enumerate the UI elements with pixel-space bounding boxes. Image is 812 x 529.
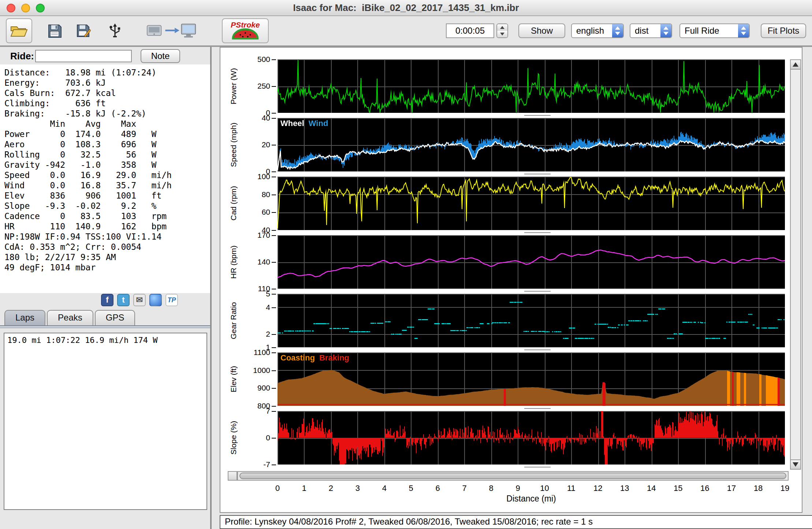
- panel-separator: [226, 289, 791, 294]
- y-axis-label-power: Power (W): [226, 59, 241, 113]
- stats-line: Aero 0 108.3 696 W: [4, 139, 210, 149]
- x-tick-value: 4: [382, 484, 387, 493]
- y-ticks-hr: 170140110: [241, 235, 278, 289]
- chart-panel-cad: Cad (rpm)100806040: [226, 177, 791, 230]
- panel-separator: [226, 406, 791, 411]
- x-axis-ticks: 012345678910111213141516171819: [278, 484, 785, 493]
- plot-power[interactable]: [278, 59, 785, 113]
- stats-line: Elev 836 906 1001 ft: [4, 190, 210, 201]
- lap-row[interactable]: 19.0 mi 1:07:22 16.9 mi/h 174 W: [7, 335, 204, 346]
- title-bar: Isaac for Mac: iBike_02_02_2017_1435_31_…: [0, 0, 812, 16]
- floppy-disk-icon: [48, 24, 62, 38]
- y-tick-value: 40: [262, 114, 270, 122]
- stats-line: 180 lb; 2/2/17 9:35 AM: [4, 252, 210, 262]
- plot-canvas-cad[interactable]: [278, 177, 785, 230]
- chart-stack: Power (W)5002500Speed (mph)40200WheelWin…: [226, 59, 791, 470]
- y-tick-value: 5: [266, 290, 270, 297]
- language-select[interactable]: english: [571, 23, 624, 38]
- scroll-up-arrow-icon[interactable]: [790, 59, 801, 70]
- legend-braking: Braking: [319, 353, 349, 363]
- x-tick-value: 8: [489, 484, 493, 493]
- stats-line: Slope -9.3 -0.02 9.2 %: [4, 201, 210, 211]
- save-as-button[interactable]: [72, 18, 94, 43]
- fit-plots-button[interactable]: Fit Plots: [761, 23, 806, 38]
- y-ticks-slope: 70-7: [241, 411, 278, 465]
- stats-line: Braking: -15.8 kJ (-2.2%): [4, 108, 210, 119]
- plot-hr[interactable]: [278, 235, 785, 289]
- tab-gps[interactable]: GPS: [95, 310, 135, 325]
- ride-range-select[interactable]: Full Ride: [679, 23, 750, 38]
- chart-panel-power: Power (W)5002500: [226, 59, 791, 113]
- stats-line: Energy: 703.6 kJ: [4, 78, 210, 88]
- stats-line: CdA: 0.353 m^2; Crr: 0.0054: [4, 242, 210, 252]
- tab-peaks[interactable]: Peaks: [47, 310, 93, 325]
- plot-canvas-slope[interactable]: [278, 411, 785, 465]
- open-file-button[interactable]: [6, 18, 32, 43]
- send-to-device-button[interactable]: [143, 18, 200, 43]
- plot-slope[interactable]: [278, 411, 785, 465]
- vertical-scrollbar[interactable]: [790, 59, 801, 470]
- share-icons-row: ft✉TP: [0, 294, 210, 306]
- trainingpeaks-icon[interactable]: TP: [165, 294, 178, 306]
- horizontal-scroll-track[interactable]: [237, 471, 789, 481]
- stats-line: 49 degF; 1014 mbar: [4, 262, 210, 273]
- scroll-down-arrow-icon[interactable]: [790, 459, 801, 470]
- y-tick-value: 0: [266, 434, 270, 441]
- legend-wind: Wind: [309, 119, 328, 128]
- panel-separator: [226, 230, 791, 235]
- time-value: 0:00:05: [455, 26, 485, 36]
- lap-list[interactable]: 19.0 mi 1:07:22 16.9 mi/h 174 W: [4, 333, 207, 510]
- time-stepper: [496, 23, 508, 38]
- stats-line: Min Avg Max: [4, 119, 210, 129]
- y-tick-value: 1000: [253, 367, 270, 374]
- stats-line: Power 0 174.0 489 W: [4, 129, 210, 139]
- stats-line: Cadence 0 83.5 103 rpm: [4, 211, 210, 221]
- pstroke-button[interactable]: PStroke: [222, 18, 269, 43]
- time-step-down[interactable]: [497, 31, 507, 37]
- facebook-icon[interactable]: f: [101, 294, 113, 306]
- plot-elev[interactable]: CoastingBraking: [278, 352, 785, 406]
- horizontal-scroll-thumb[interactable]: [239, 473, 786, 479]
- y-ticks-elev: 11001000900800: [241, 352, 278, 406]
- tab-laps[interactable]: Laps: [4, 310, 45, 325]
- plot-cad[interactable]: [278, 177, 785, 230]
- web-icon[interactable]: [149, 294, 162, 306]
- email-icon[interactable]: ✉: [133, 294, 146, 306]
- stats-line: Speed 0.0 16.9 29.0 mi/h: [4, 170, 210, 180]
- plot-canvas-hr[interactable]: [278, 235, 785, 289]
- plot-legend-speed: WheelWind: [280, 119, 328, 128]
- ride-name-input[interactable]: [35, 50, 132, 62]
- y-tick-value: 170: [257, 232, 270, 239]
- usb-icon: [108, 23, 122, 39]
- time-step-up[interactable]: [497, 24, 507, 31]
- device-to-display-icon: [146, 21, 196, 40]
- x-tick-value: 7: [462, 484, 467, 493]
- plot-canvas-elev[interactable]: [278, 352, 785, 406]
- x-tick-value: 12: [593, 484, 602, 493]
- language-select-value: english: [576, 26, 609, 36]
- twitter-icon[interactable]: t: [117, 294, 130, 306]
- y-ticks-speed: 40200: [241, 118, 278, 171]
- usb-download-button[interactable]: [105, 18, 125, 43]
- plot-canvas-gear[interactable]: [278, 294, 785, 347]
- scrollbar-end-cap[interactable]: [228, 471, 237, 481]
- y-axis-label-slope: Slope (%): [226, 411, 241, 465]
- plot-canvas-power[interactable]: [278, 59, 785, 113]
- y-tick-value: 20: [262, 141, 270, 148]
- note-button[interactable]: Note: [141, 49, 180, 63]
- x-tick-value: 2: [329, 484, 333, 493]
- x-axis-mode-select[interactable]: dist: [630, 23, 672, 38]
- plot-gear[interactable]: [278, 294, 785, 347]
- legend-wheel: Wheel: [280, 119, 304, 128]
- x-tick-value: 9: [515, 484, 520, 493]
- open-folder-icon: [10, 24, 28, 38]
- y-axis-label-gear: Gear Ratio: [226, 294, 241, 347]
- plot-canvas-speed[interactable]: [278, 118, 785, 171]
- pstroke-label: PStroke: [223, 21, 268, 29]
- time-field[interactable]: 0:00:05: [446, 23, 494, 38]
- show-button[interactable]: Show: [518, 23, 565, 38]
- plot-speed[interactable]: WheelWind: [278, 118, 785, 171]
- x-tick-value: 13: [620, 484, 629, 493]
- stats-line: HR 110 140.9 162 bpm: [4, 221, 210, 232]
- save-button[interactable]: [44, 18, 65, 43]
